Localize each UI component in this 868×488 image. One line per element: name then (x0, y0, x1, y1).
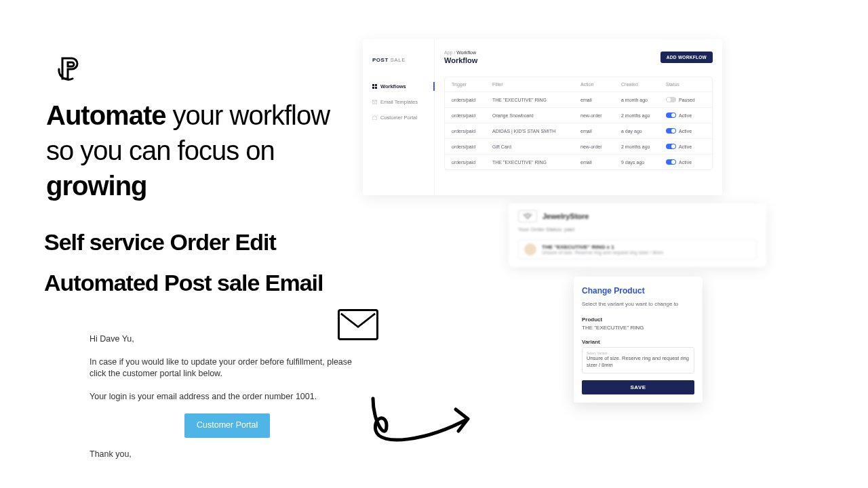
product-thumb-icon (524, 243, 536, 256)
email-greeting: Hi Dave Yu, (90, 333, 361, 346)
status-toggle[interactable]: Active (666, 144, 709, 149)
home-icon (372, 115, 377, 120)
email-body: In case if you would like to update your… (90, 357, 361, 380)
workflow-table: Trigger Filter Action Created Status ord… (444, 77, 713, 170)
product-subtitle: Unsure of size. Reserve ring and request… (542, 250, 663, 255)
nav-customer-portal[interactable]: Customer Portal (372, 113, 427, 122)
table-row[interactable]: orders/paidOrange Snowboardnew-order2 mo… (445, 107, 712, 123)
app-sidebar: POST SALE Workflows Email Templates Cust… (363, 39, 435, 195)
app-brand: POST SALE (372, 57, 427, 63)
status-toggle[interactable]: Active (666, 113, 709, 118)
table-row[interactable]: orders/paidTHE "EXECUTIVE" RINGemaila mo… (445, 92, 712, 107)
order-status-card: JewelryStore Your Order Status: paid THE… (509, 203, 766, 267)
svg-rect-0 (372, 84, 374, 86)
order-status-line: Your Order Status: paid (518, 226, 757, 232)
headline-bold-1: Automate (46, 100, 165, 130)
workflow-app: POST SALE Workflows Email Templates Cust… (363, 39, 722, 195)
product-value: THE "EXECUTIVE" RING (582, 325, 694, 331)
status-toggle[interactable]: Active (666, 159, 709, 165)
status-toggle[interactable]: Active (666, 128, 709, 134)
status-toggle[interactable]: Paused (666, 97, 709, 102)
brand-logo (56, 56, 81, 81)
variant-label: Variant (582, 339, 694, 345)
add-workflow-button[interactable]: ADD WORKFLOW (660, 52, 713, 63)
table-header: Trigger Filter Action Created Status (445, 77, 712, 92)
svg-rect-2 (372, 87, 374, 89)
change-product-desc: Select the variant you want to change to (582, 301, 694, 307)
email-preview: Hi Dave Yu, In case if you would like to… (90, 333, 361, 471)
grid-icon (372, 84, 377, 89)
app-main: App / Workflow Workflow ADD WORKFLOW Tri… (435, 39, 722, 195)
change-product-title: Change Product (582, 286, 694, 296)
arrow-swoosh-icon (366, 393, 481, 454)
product-label: Product (582, 317, 694, 323)
store-name: JewelryStore (542, 212, 589, 220)
change-product-panel: Change Product Select the variant you wa… (574, 277, 703, 403)
svg-rect-3 (375, 87, 377, 89)
variant-value: Unsure of size. Reserve ring and request… (587, 355, 690, 369)
subhead-order-edit: Self service Order Edit (44, 229, 276, 256)
save-button[interactable]: SAVE (582, 380, 694, 394)
headline: Automate your workflow so you can focus … (46, 98, 338, 203)
svg-rect-1 (375, 84, 377, 86)
nav-email-templates[interactable]: Email Templates (372, 98, 427, 106)
nav-workflows[interactable]: Workflows (372, 82, 435, 91)
product-title: THE "EXECUTIVE" RING x 1 (542, 244, 663, 250)
table-row[interactable]: orders/paidADIDAS | KID'S STAN SMITHemai… (445, 123, 712, 138)
variant-select[interactable]: Select Variant Unsure of size. Reserve r… (582, 347, 694, 373)
headline-bold-2: growing (46, 171, 147, 201)
order-product-row[interactable]: THE "EXECUTIVE" RING x 1 Unsure of size.… (518, 239, 757, 260)
customer-portal-button[interactable]: Customer Portal (184, 413, 270, 438)
table-row[interactable]: orders/paidGift Cardnew-order2 months ag… (445, 138, 712, 154)
email-login-info: Your login is your email address and the… (90, 391, 361, 403)
table-row[interactable]: orders/paidTHE "EXECUTIVE" RINGemail9 da… (445, 154, 712, 169)
email-thanks: Thank you, (90, 449, 361, 461)
store-logo-icon (518, 210, 537, 222)
envelope-icon (372, 100, 377, 104)
subhead-post-sale: Automated Post sale Email (44, 270, 323, 296)
